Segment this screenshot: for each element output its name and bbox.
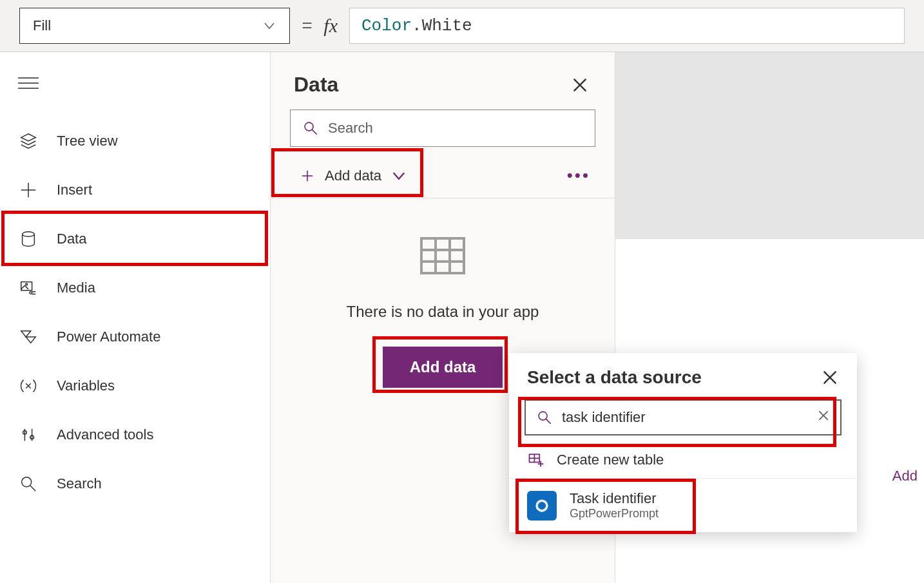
- flyout-search-value: task identifier: [562, 409, 646, 426]
- sidebar-item-label: Tree view: [57, 133, 118, 149]
- more-actions[interactable]: •••: [567, 166, 590, 186]
- svg-marker-6: [21, 331, 31, 337]
- fx-icon[interactable]: fx: [323, 15, 338, 37]
- svg-point-3: [23, 232, 35, 237]
- svg-point-14: [22, 477, 32, 487]
- svg-line-30: [546, 419, 550, 423]
- ai-builder-icon: [527, 491, 557, 521]
- search-icon: [18, 473, 39, 494]
- svg-point-29: [539, 412, 547, 420]
- property-name: Fill: [33, 17, 51, 34]
- hamburger-menu[interactable]: [0, 68, 53, 99]
- add-data-dropdown[interactable]: Add data: [290, 164, 416, 188]
- sidebar-item-insert[interactable]: Insert: [0, 166, 270, 215]
- svg-marker-7: [26, 337, 35, 343]
- chevron-down-icon: [390, 167, 407, 184]
- canvas-peek-label: Add: [892, 468, 918, 484]
- table-icon: [420, 237, 465, 277]
- tools-icon: [18, 425, 39, 445]
- sidebar-item-label: Insert: [57, 182, 92, 198]
- data-source-result[interactable]: Task identifier GptPowerPrompt: [509, 479, 857, 532]
- token-dot: .: [412, 16, 422, 35]
- svg-point-5: [26, 283, 28, 285]
- search-icon: [536, 409, 553, 426]
- sidebar-item-data[interactable]: Data: [0, 215, 270, 263]
- add-data-label: Add data: [325, 167, 381, 184]
- svg-line-19: [312, 129, 316, 134]
- clear-search-button[interactable]: [817, 409, 830, 426]
- flyout-title: Select a data source: [527, 367, 702, 388]
- data-search-input[interactable]: Search: [290, 110, 595, 147]
- chevron-down-icon: [262, 19, 276, 33]
- sidebar-item-label: Advanced tools: [57, 426, 153, 443]
- sidebar-item-label: Power Automate: [57, 329, 160, 345]
- svg-rect-22: [421, 238, 464, 273]
- layers-icon: [18, 131, 39, 151]
- database-icon: [18, 229, 39, 249]
- flyout-search-input[interactable]: task identifier: [525, 399, 842, 435]
- add-data-primary-button[interactable]: Add data: [383, 347, 503, 388]
- add-data-row: Add data •••: [271, 153, 615, 198]
- plus-icon: [18, 180, 39, 200]
- flow-icon: [18, 327, 39, 347]
- svg-marker-0: [21, 134, 36, 141]
- variable-icon: [18, 376, 39, 396]
- equals-sign: =: [302, 15, 312, 36]
- create-new-table[interactable]: Create new table: [509, 442, 857, 479]
- close-button[interactable]: [571, 76, 589, 94]
- token-value: White: [422, 16, 472, 35]
- svg-point-18: [305, 122, 313, 131]
- data-panel-title: Data: [294, 73, 338, 97]
- create-new-table-label: Create new table: [557, 452, 664, 468]
- sidebar-item-label: Media: [57, 280, 95, 296]
- flyout-close-button[interactable]: [821, 368, 839, 387]
- result-sub: GptPowerPrompt: [570, 507, 659, 521]
- table-plus-icon: [527, 451, 545, 469]
- sidebar-item-label: Variables: [57, 378, 115, 394]
- media-icon: [18, 278, 39, 298]
- sidebar-item-power-automate[interactable]: Power Automate: [0, 312, 270, 361]
- search-icon: [302, 120, 319, 137]
- sidebar-item-variables[interactable]: Variables: [0, 361, 270, 410]
- formula-input[interactable]: Color.White: [349, 8, 905, 44]
- property-select[interactable]: Fill: [19, 8, 290, 44]
- sidebar-item-tree-view[interactable]: Tree view: [0, 117, 270, 166]
- sidebar-item-label: Data: [57, 231, 86, 247]
- token-color: Color: [361, 16, 412, 35]
- svg-line-15: [30, 486, 35, 491]
- sidebar-item-media[interactable]: Media: [0, 263, 270, 312]
- sidebar-item-search[interactable]: Search: [0, 459, 270, 508]
- result-name: Task identifier: [570, 490, 659, 507]
- search-placeholder: Search: [328, 120, 373, 137]
- empty-state-text: There is no data in your app: [347, 303, 539, 321]
- data-source-flyout: Select a data source task identifier Cre…: [509, 353, 857, 532]
- left-rail: Tree view Insert Data Media Power: [0, 52, 271, 583]
- plus-icon: [299, 167, 316, 184]
- sidebar-item-label: Search: [57, 475, 102, 492]
- formula-bar: Fill = fx Color.White: [0, 0, 924, 52]
- sidebar-item-advanced-tools[interactable]: Advanced tools: [0, 410, 270, 459]
